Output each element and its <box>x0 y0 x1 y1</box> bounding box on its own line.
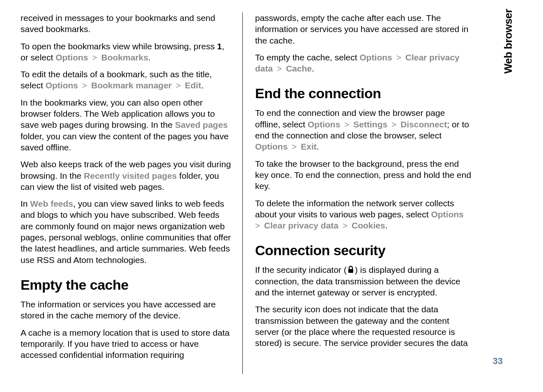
body-text: received in messages to your bookmarks a… <box>21 12 234 35</box>
lock-icon <box>347 265 355 274</box>
body-text: In Web feeds, you can view saved links t… <box>21 198 234 265</box>
section-heading: Empty the cache <box>21 277 234 293</box>
body-text: passwords, empty the cache after each us… <box>255 12 472 46</box>
menu-path-item: Bookmark manager <box>91 81 172 90</box>
menu-path-item: Cookies <box>352 221 385 230</box>
menu-path-item: Options <box>359 53 392 62</box>
body-text: To take the browser to the background, p… <box>255 158 472 192</box>
menu-path-item: Options <box>55 53 88 62</box>
menu-path-item: Clear privacy data <box>264 221 338 230</box>
page-content: received in messages to your bookmarks a… <box>0 0 481 374</box>
body-text: The information or services you have acc… <box>21 299 234 321</box>
right-column: passwords, empty the cache after each us… <box>242 12 472 374</box>
body-text: To end the connection and view the brows… <box>255 107 472 152</box>
section-heading: Connection security <box>255 242 472 258</box>
body-text: In the bookmarks view, you can also open… <box>21 97 234 153</box>
menu-path-item: Exit <box>301 142 317 151</box>
menu-path-item: Saved pages <box>175 120 228 129</box>
body-text: The security icon does not indicate that… <box>255 304 472 348</box>
menu-path-item: Edit <box>185 81 201 90</box>
menu-path-item: Options <box>431 210 463 219</box>
menu-path-item: Web feeds <box>30 199 73 208</box>
chapter-tab: Web browser <box>502 9 515 74</box>
menu-path-item: Cache <box>286 64 312 73</box>
menu-path-item: Disconnect <box>400 120 447 129</box>
page-number: 33 <box>493 356 503 367</box>
menu-path-item: Options <box>46 81 78 90</box>
menu-path-item: Options <box>308 120 340 129</box>
body-text: To edit the details of a bookmark, such … <box>21 69 234 91</box>
left-column: received in messages to your bookmarks a… <box>21 12 242 374</box>
body-text: Web also keeps track of the web pages yo… <box>21 159 234 192</box>
key-label: 1 <box>217 42 222 51</box>
menu-path-item: Recently visited pages <box>84 171 177 180</box>
body-text: To empty the cache, select Options > Cle… <box>255 52 472 74</box>
body-text: A cache is a memory location that is use… <box>21 327 234 361</box>
menu-path-item: Settings <box>353 120 387 129</box>
menu-path-item: Options <box>255 142 288 151</box>
svg-rect-0 <box>348 269 353 273</box>
body-text: If the security indicator () is displaye… <box>255 264 472 298</box>
body-text: To delete the information the network se… <box>255 198 472 231</box>
section-heading: End the connection <box>255 85 472 101</box>
menu-path-item: Bookmarks <box>101 53 148 62</box>
body-text: To open the bookmarks view while browsin… <box>21 41 234 63</box>
